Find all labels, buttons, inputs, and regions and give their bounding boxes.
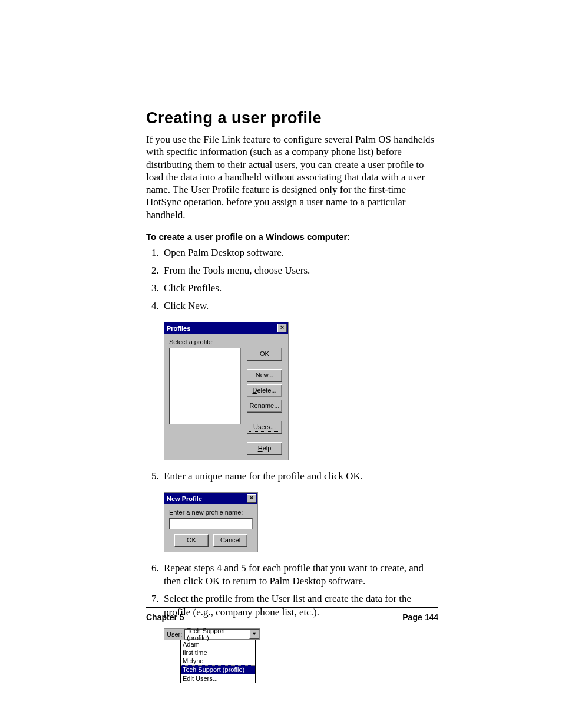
- profiles-listbox[interactable]: [169, 348, 241, 424]
- new-profile-title: New Profile: [167, 495, 202, 502]
- step-5: Enter a unique name for the profile and …: [161, 470, 438, 483]
- delete-button[interactable]: Delete...: [247, 384, 282, 397]
- steps-list: Open Palm Desktop software. From the Too…: [146, 246, 438, 312]
- user-option-selected[interactable]: Tech Support (profile): [181, 665, 255, 674]
- close-icon[interactable]: ×: [277, 324, 287, 332]
- profiles-dialog: Profiles × Select a profile: OK New... D…: [164, 322, 289, 460]
- user-option[interactable]: Midyne: [181, 657, 255, 665]
- step-4: Click New.: [161, 299, 438, 312]
- user-options-list[interactable]: Adam first time Midyne Tech Support (pro…: [180, 640, 256, 683]
- user-label: User:: [164, 630, 184, 639]
- profile-name-input[interactable]: [169, 518, 253, 529]
- chevron-down-icon[interactable]: ▼: [249, 630, 259, 639]
- footer-rule: [146, 607, 438, 608]
- rename-button[interactable]: Rename...: [247, 400, 282, 413]
- new-button[interactable]: New...: [247, 369, 282, 382]
- help-button[interactable]: Help: [247, 442, 282, 455]
- new-profile-label: Enter a new profile name:: [169, 509, 253, 516]
- cancel-button[interactable]: Cancel: [213, 534, 247, 547]
- user-option-edit[interactable]: Edit Users...: [181, 674, 255, 683]
- steps-list-cont1: Enter a unique name for the profile and …: [146, 470, 438, 483]
- close-icon[interactable]: ×: [247, 494, 256, 503]
- step-3: Click Profiles.: [161, 282, 438, 295]
- step-1: Open Palm Desktop software.: [161, 246, 438, 259]
- procedure-heading: To create a user profile on a Windows co…: [146, 232, 438, 242]
- step-6: Repeat steps 4 and 5 for each profile th…: [161, 562, 438, 588]
- footer-page: Page 144: [402, 612, 438, 622]
- user-option[interactable]: Adam: [181, 640, 255, 648]
- intro-paragraph: If you use the File Link feature to conf…: [146, 133, 438, 221]
- new-profile-dialog: New Profile × Enter a new profile name: …: [164, 492, 258, 552]
- profiles-titlebar[interactable]: Profiles ×: [164, 322, 288, 334]
- new-profile-titlebar[interactable]: New Profile ×: [164, 493, 257, 504]
- user-select[interactable]: Tech Support (profile) ▼: [184, 629, 260, 640]
- footer-chapter: Chapter 5: [146, 612, 184, 622]
- user-selected-value: Tech Support (profile): [185, 627, 249, 641]
- step-2: From the Tools menu, choose Users.: [161, 264, 438, 277]
- page-title: Creating a user profile: [146, 109, 438, 127]
- profiles-title: Profiles: [167, 325, 190, 332]
- user-dropdown: User: Tech Support (profile) ▼ Adam firs…: [164, 628, 260, 683]
- user-option[interactable]: first time: [181, 648, 255, 657]
- users-button[interactable]: Users...: [247, 421, 282, 434]
- ok-button[interactable]: OK: [174, 534, 209, 547]
- profiles-label: Select a profile:: [169, 338, 283, 345]
- steps-list-cont2: Repeat steps 4 and 5 for each profile th…: [146, 562, 438, 618]
- ok-button[interactable]: OK: [247, 348, 282, 361]
